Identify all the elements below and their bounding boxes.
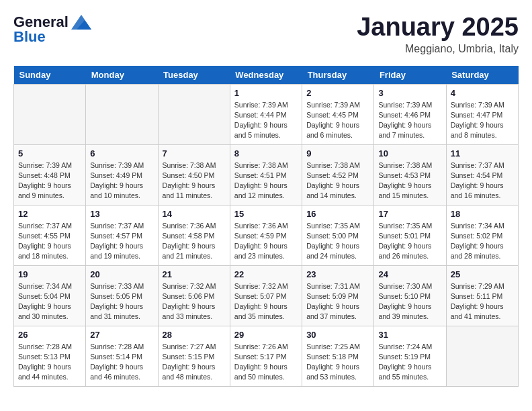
day-number: 12 (18, 209, 81, 219)
calendar-cell: 10Sunrise: 7:38 AM Sunset: 4:53 PM Dayli… (374, 144, 446, 205)
day-number: 5 (18, 148, 81, 158)
calendar-cell: 21Sunrise: 7:32 AM Sunset: 5:06 PM Dayli… (158, 265, 230, 326)
calendar-cell: 11Sunrise: 7:37 AM Sunset: 4:54 PM Dayli… (446, 144, 518, 205)
day-number: 31 (378, 330, 441, 340)
calendar-cell (446, 326, 518, 386)
day-number: 9 (306, 148, 369, 158)
calendar-cell: 14Sunrise: 7:36 AM Sunset: 4:58 PM Dayli… (158, 205, 230, 265)
day-number: 22 (234, 269, 298, 279)
day-info: Sunrise: 7:32 AM Sunset: 5:07 PM Dayligh… (234, 281, 298, 322)
logo: General Blue (13, 13, 91, 46)
day-info: Sunrise: 7:34 AM Sunset: 5:04 PM Dayligh… (18, 281, 81, 322)
calendar-table: SundayMondayTuesdayWednesdayThursdayFrid… (13, 66, 519, 387)
calendar-cell: 27Sunrise: 7:28 AM Sunset: 5:14 PM Dayli… (86, 326, 158, 386)
day-info: Sunrise: 7:32 AM Sunset: 5:06 PM Dayligh… (163, 281, 226, 322)
calendar-week-row: 1Sunrise: 7:39 AM Sunset: 4:44 PM Daylig… (14, 84, 519, 144)
day-number: 1 (234, 88, 298, 98)
day-info: Sunrise: 7:39 AM Sunset: 4:47 PM Dayligh… (451, 100, 514, 141)
calendar-cell: 12Sunrise: 7:37 AM Sunset: 4:55 PM Dayli… (14, 205, 86, 265)
calendar-cell: 5Sunrise: 7:39 AM Sunset: 4:48 PM Daylig… (14, 144, 86, 205)
day-number: 20 (90, 269, 153, 279)
day-info: Sunrise: 7:27 AM Sunset: 5:15 PM Dayligh… (163, 342, 226, 383)
day-info: Sunrise: 7:33 AM Sunset: 5:05 PM Dayligh… (90, 281, 153, 322)
day-info: Sunrise: 7:31 AM Sunset: 5:09 PM Dayligh… (306, 281, 369, 322)
calendar-cell: 7Sunrise: 7:38 AM Sunset: 4:50 PM Daylig… (158, 144, 230, 205)
day-number: 15 (234, 209, 298, 219)
day-number: 3 (378, 88, 441, 98)
day-info: Sunrise: 7:34 AM Sunset: 5:02 PM Dayligh… (451, 221, 514, 262)
day-number: 28 (163, 330, 226, 340)
day-info: Sunrise: 7:38 AM Sunset: 4:53 PM Dayligh… (378, 161, 441, 201)
day-info: Sunrise: 7:25 AM Sunset: 5:18 PM Dayligh… (306, 342, 369, 383)
day-number: 29 (234, 330, 298, 340)
calendar-title-block: January 2025 Meggiano, Umbria, Italy (357, 13, 519, 55)
day-info: Sunrise: 7:30 AM Sunset: 5:10 PM Dayligh… (378, 281, 441, 322)
logo-icon (71, 15, 91, 30)
calendar-cell: 26Sunrise: 7:28 AM Sunset: 5:13 PM Dayli… (14, 326, 86, 386)
day-number: 10 (378, 148, 441, 158)
day-number: 17 (378, 209, 441, 219)
day-info: Sunrise: 7:36 AM Sunset: 4:59 PM Dayligh… (234, 221, 298, 262)
calendar-cell: 9Sunrise: 7:38 AM Sunset: 4:52 PM Daylig… (302, 144, 374, 205)
day-info: Sunrise: 7:35 AM Sunset: 5:01 PM Dayligh… (378, 221, 441, 262)
day-number: 26 (18, 330, 81, 340)
day-number: 7 (163, 148, 226, 158)
day-number: 18 (451, 209, 514, 219)
calendar-cell: 24Sunrise: 7:30 AM Sunset: 5:10 PM Dayli… (374, 265, 446, 326)
weekday-header: Tuesday (158, 66, 230, 85)
weekday-header-row: SundayMondayTuesdayWednesdayThursdayFrid… (14, 66, 519, 85)
calendar-cell: 20Sunrise: 7:33 AM Sunset: 5:05 PM Dayli… (86, 265, 158, 326)
calendar-cell (158, 84, 230, 144)
calendar-week-row: 12Sunrise: 7:37 AM Sunset: 4:55 PM Dayli… (14, 205, 519, 265)
weekday-header: Thursday (302, 66, 374, 85)
day-number: 24 (378, 269, 441, 279)
calendar-cell: 25Sunrise: 7:29 AM Sunset: 5:11 PM Dayli… (446, 265, 518, 326)
day-number: 2 (306, 88, 369, 98)
calendar-cell: 19Sunrise: 7:34 AM Sunset: 5:04 PM Dayli… (14, 265, 86, 326)
calendar-cell: 13Sunrise: 7:37 AM Sunset: 4:57 PM Dayli… (86, 205, 158, 265)
day-number: 6 (90, 148, 153, 158)
day-info: Sunrise: 7:39 AM Sunset: 4:45 PM Dayligh… (306, 100, 369, 141)
day-info: Sunrise: 7:38 AM Sunset: 4:51 PM Dayligh… (234, 161, 298, 201)
day-info: Sunrise: 7:39 AM Sunset: 4:48 PM Dayligh… (18, 161, 81, 201)
calendar-cell (14, 84, 86, 144)
day-info: Sunrise: 7:38 AM Sunset: 4:50 PM Dayligh… (163, 161, 226, 201)
logo-blue: Blue (13, 28, 46, 46)
day-number: 21 (163, 269, 226, 279)
day-number: 11 (451, 148, 514, 158)
calendar-cell (86, 84, 158, 144)
weekday-header: Monday (86, 66, 158, 85)
day-number: 14 (163, 209, 226, 219)
day-info: Sunrise: 7:39 AM Sunset: 4:44 PM Dayligh… (234, 100, 298, 141)
calendar-cell: 3Sunrise: 7:39 AM Sunset: 4:46 PM Daylig… (374, 84, 446, 144)
weekday-header: Sunday (14, 66, 86, 85)
day-number: 19 (18, 269, 81, 279)
calendar-cell: 2Sunrise: 7:39 AM Sunset: 4:45 PM Daylig… (302, 84, 374, 144)
day-info: Sunrise: 7:28 AM Sunset: 5:13 PM Dayligh… (18, 342, 81, 383)
calendar-cell: 6Sunrise: 7:39 AM Sunset: 4:49 PM Daylig… (86, 144, 158, 205)
day-info: Sunrise: 7:28 AM Sunset: 5:14 PM Dayligh… (90, 342, 153, 383)
day-number: 30 (306, 330, 369, 340)
day-number: 16 (306, 209, 369, 219)
calendar-cell: 29Sunrise: 7:26 AM Sunset: 5:17 PM Dayli… (230, 326, 302, 386)
weekday-header: Wednesday (230, 66, 302, 85)
weekday-header: Saturday (446, 66, 518, 85)
month-title: January 2025 (357, 13, 519, 42)
day-info: Sunrise: 7:24 AM Sunset: 5:19 PM Dayligh… (378, 342, 441, 383)
calendar-week-row: 26Sunrise: 7:28 AM Sunset: 5:13 PM Dayli… (14, 326, 519, 386)
day-info: Sunrise: 7:38 AM Sunset: 4:52 PM Dayligh… (306, 161, 369, 201)
calendar-cell: 22Sunrise: 7:32 AM Sunset: 5:07 PM Dayli… (230, 265, 302, 326)
calendar-cell: 8Sunrise: 7:38 AM Sunset: 4:51 PM Daylig… (230, 144, 302, 205)
calendar-cell: 23Sunrise: 7:31 AM Sunset: 5:09 PM Dayli… (302, 265, 374, 326)
calendar-cell: 16Sunrise: 7:35 AM Sunset: 5:00 PM Dayli… (302, 205, 374, 265)
calendar-cell: 4Sunrise: 7:39 AM Sunset: 4:47 PM Daylig… (446, 84, 518, 144)
day-info: Sunrise: 7:39 AM Sunset: 4:46 PM Dayligh… (378, 100, 441, 141)
calendar-week-row: 5Sunrise: 7:39 AM Sunset: 4:48 PM Daylig… (14, 144, 519, 205)
day-info: Sunrise: 7:35 AM Sunset: 5:00 PM Dayligh… (306, 221, 369, 262)
calendar-cell: 15Sunrise: 7:36 AM Sunset: 4:59 PM Dayli… (230, 205, 302, 265)
day-number: 25 (451, 269, 514, 279)
calendar-cell: 31Sunrise: 7:24 AM Sunset: 5:19 PM Dayli… (374, 326, 446, 386)
day-info: Sunrise: 7:37 AM Sunset: 4:54 PM Dayligh… (451, 161, 514, 201)
calendar-cell: 18Sunrise: 7:34 AM Sunset: 5:02 PM Dayli… (446, 205, 518, 265)
day-number: 4 (451, 88, 514, 98)
